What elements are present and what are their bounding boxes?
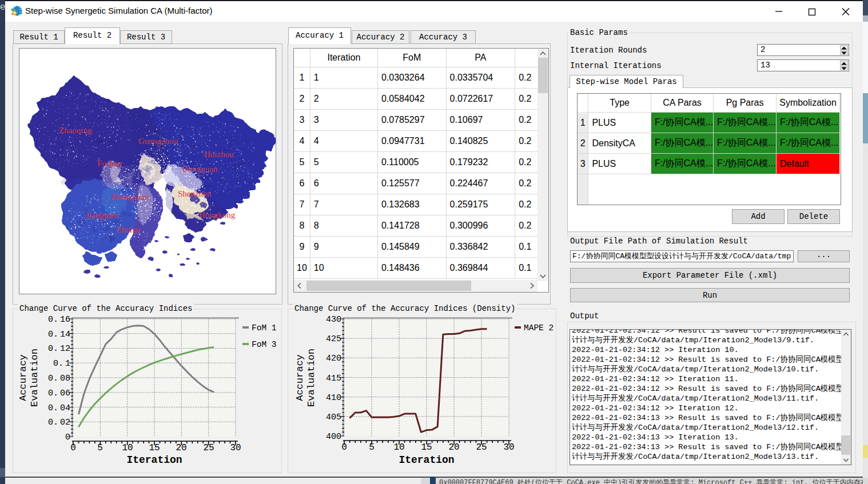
svg-text:Zhongshan: Zhongshan: [111, 193, 149, 202]
svg-text:5: 5: [369, 442, 375, 453]
svg-text:0. 1: 0. 1: [53, 359, 70, 369]
svg-text:0. 14: 0. 14: [48, 330, 70, 339]
svg-text:20: 20: [176, 443, 186, 453]
svg-text:MAPE 2: MAPE 2: [524, 323, 554, 333]
svg-text:Huizhou: Huizhou: [204, 150, 234, 159]
svg-text:420: 420: [326, 354, 341, 363]
svg-text:10: 10: [122, 443, 133, 453]
svg-text:25: 25: [203, 443, 214, 453]
svg-text:FoM 1: FoM 1: [252, 323, 277, 333]
svg-text:Guangzhou: Guangzhou: [138, 137, 178, 146]
svg-text:0. 04: 0. 04: [48, 403, 70, 413]
svg-text:Dongguan: Dongguan: [182, 165, 218, 174]
svg-text:425: 425: [326, 334, 341, 344]
svg-text:Evaluation: Evaluation: [29, 349, 40, 407]
svg-text:400: 400: [326, 432, 341, 442]
svg-text:25: 25: [476, 442, 487, 453]
svg-text:430: 430: [326, 315, 341, 325]
svg-text:Accuracy: Accuracy: [18, 354, 29, 401]
svg-text:10: 10: [393, 442, 404, 453]
svg-text:Hongkong: Hongkong: [199, 210, 236, 219]
svg-text:15: 15: [149, 443, 160, 453]
svg-text:Iteration: Iteration: [126, 454, 182, 466]
svg-text:415: 415: [326, 374, 341, 383]
svg-text:Zhuhai: Zhuhai: [116, 225, 141, 234]
svg-text:0: 0: [65, 433, 70, 442]
svg-text:0: 0: [341, 442, 347, 453]
svg-text:30: 30: [503, 442, 514, 453]
svg-text:0. 12: 0. 12: [48, 344, 70, 354]
svg-text:20: 20: [448, 442, 459, 453]
svg-text:Zhaoqing: Zhaoqing: [59, 126, 92, 135]
svg-text:Accuracy: Accuracy: [294, 354, 305, 401]
svg-text:Shenzhen: Shenzhen: [178, 189, 212, 198]
svg-text:0. 08: 0. 08: [48, 374, 70, 383]
svg-text:405: 405: [326, 413, 341, 422]
svg-text:5: 5: [97, 443, 103, 453]
svg-text:0: 0: [70, 443, 76, 453]
svg-text:15: 15: [421, 442, 432, 453]
svg-text:0. 06: 0. 06: [48, 389, 70, 398]
svg-text:FoM 3: FoM 3: [252, 340, 277, 349]
svg-text:0. 16: 0. 16: [48, 315, 70, 325]
svg-text:Evaluation: Evaluation: [306, 349, 317, 407]
svg-text:Foshan: Foshan: [97, 159, 122, 168]
svg-text:410: 410: [326, 393, 341, 403]
svg-text:30: 30: [230, 443, 241, 453]
svg-text:Jiangmen: Jiangmen: [86, 211, 119, 220]
svg-text:Iteration: Iteration: [399, 454, 454, 466]
svg-text:0. 02: 0. 02: [48, 418, 70, 427]
